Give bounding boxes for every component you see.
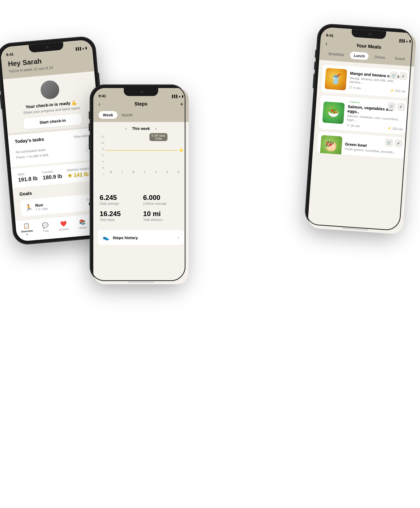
y-10k: 10k	[99, 142, 104, 144]
meals-list: 🥤 Mango and banana smoothie Mango, banan…	[312, 60, 414, 163]
smoothie-cart-button[interactable]: 🛒	[390, 71, 398, 80]
salmon-calories: ⚡ 320 cal	[387, 126, 403, 131]
total-distance-label: Total distance	[143, 218, 182, 222]
smoothie-image: 🥤	[325, 68, 347, 90]
start-weight: Start 191.8 lb	[17, 171, 38, 183]
lifetime-avg-value: 6.000	[143, 194, 182, 202]
total-steps-label: Total steps	[100, 218, 139, 222]
smoothie-calories: ⚡ 210 cal	[390, 89, 405, 93]
salmon-check-button[interactable]: ✓	[397, 103, 405, 111]
daily-avg-value: 6.245	[100, 194, 139, 202]
total-steps: 16.245 Total steps	[100, 210, 139, 222]
start-value: 191.8 lb	[18, 175, 38, 183]
goal-value: ★ 141 lb	[67, 171, 90, 179]
status-icons-left: ▐▐▐ ▲ ▮	[74, 46, 87, 51]
y-12k: 12k	[99, 135, 104, 138]
y-4k: 4k	[99, 160, 104, 163]
tab-dinner[interactable]: Dinner	[370, 53, 389, 62]
tooltip-value: 6.245 steps	[152, 134, 165, 137]
steps-content: ‹ This week › 12k 10k 8k 6k 4k 2k 0	[93, 122, 189, 226]
steps-history-row[interactable]: 👟 Steps history ›	[98, 230, 184, 245]
goal-star-icon: ⭐	[179, 148, 183, 152]
smoothie-time: ⏱ 5 min	[349, 86, 361, 90]
salmon-actions: 🛒 ✓	[387, 102, 405, 111]
steps-back-button[interactable]: ‹	[99, 101, 100, 107]
y-0: 0	[99, 173, 104, 176]
salmon-image: 🥗	[322, 101, 345, 124]
bowl-check-button[interactable]: ✓	[394, 139, 403, 148]
chat-label: Chat	[43, 229, 49, 233]
meal-salmon: 🥗 ↑ Calcium Salmon, vegetables and eggs.…	[319, 95, 408, 135]
bar-wed: W	[129, 170, 138, 174]
nav-chat[interactable]: 💬 Chat	[42, 222, 49, 233]
label-sun: S	[178, 171, 179, 174]
daily-avg-label: Daily average	[100, 202, 139, 205]
current-weight: Current 180.9 lb	[42, 169, 63, 181]
tab-week[interactable]: Week	[99, 111, 117, 119]
start-checkin-button[interactable]: Start check-in	[23, 113, 82, 129]
history-chevron-icon: ›	[178, 235, 179, 240]
bar-tue: T	[117, 170, 127, 174]
tasks-title: Today's tasks	[15, 137, 44, 144]
steps-title: Steps	[134, 101, 147, 107]
phone-center: 9:41 ▐▐▐ ▲ ▮ ‹ Steps + Week Month ‹ This…	[90, 85, 185, 281]
meal-smoothie: 🥤 Mango and banana smoothie Mango, banan…	[321, 64, 410, 98]
y-6k: 6k	[99, 154, 104, 157]
tab-snack[interactable]: Snack	[391, 54, 409, 63]
bar-sat: S	[162, 170, 172, 174]
tab-lunch[interactable]: Lunch	[350, 51, 369, 60]
y-2k: 2k	[99, 167, 104, 169]
nav-library[interactable]: 📚 Library	[78, 218, 87, 229]
goal-run: 🏃 Run 1 h / day Today 0 h	[20, 193, 100, 217]
prev-week-button[interactable]: ‹	[125, 126, 127, 131]
time-left: 9:41	[6, 52, 14, 57]
current-value: 180.9 lb	[42, 173, 62, 181]
overview-icon: 📋	[23, 222, 30, 229]
activities-icon: ❤️	[60, 220, 67, 227]
time-right: 9:41	[326, 33, 334, 38]
steps-tooltip: 6.245 steps Today	[149, 133, 167, 141]
activities-label: Activities	[59, 227, 69, 231]
steps-add-button[interactable]: +	[180, 101, 183, 108]
chat-icon: 💬	[42, 222, 49, 229]
label-sat: S	[166, 171, 168, 174]
bar-thu: T	[140, 170, 149, 174]
label-wed: W	[132, 171, 135, 174]
label-tue: T	[121, 171, 123, 174]
label-thu: T	[144, 171, 145, 174]
lifetime-avg: 6.000 Lifetime average	[143, 194, 182, 205]
chart-bars: M T W T	[106, 135, 183, 174]
nav-overview[interactable]: 📋 Overview	[20, 222, 33, 235]
avatar	[40, 80, 60, 100]
tab-month[interactable]: Month	[117, 111, 137, 119]
steps-tabs: Week Month	[93, 111, 189, 122]
status-icons-center: ▐▐▐ ▲ ▮	[171, 95, 183, 98]
bowl-actions: 🛒 ✓	[385, 138, 403, 148]
time-center: 9:41	[99, 94, 106, 98]
y-8k: 8k	[99, 148, 104, 150]
total-distance: 10 mi Total distance	[143, 210, 182, 222]
goal-weight: Maintain weight ★ 141 lb	[67, 167, 90, 179]
next-week-button[interactable]: ›	[155, 126, 156, 131]
status-icons-right: ▐▐▐ ▲ ▮	[398, 39, 411, 43]
bowl-cart-button[interactable]: 🛒	[385, 138, 393, 147]
nav-activities[interactable]: ❤️ Activities	[58, 220, 69, 231]
steps-chart: 12k 10k 8k 6k 4k 2k 0 ⭐	[99, 135, 183, 188]
lifetime-avg-label: Lifetime average	[143, 202, 182, 205]
steps-history-label: Steps history	[113, 235, 138, 240]
label-mon: M	[110, 171, 112, 174]
daily-avg: 6.245 Daily average	[100, 194, 139, 205]
checkin-section: Your check-in is ready 💪 Share your prog…	[3, 71, 99, 133]
smoothie-check-button[interactable]: ✓	[399, 72, 408, 80]
label-fri: F	[155, 171, 157, 174]
library-icon: 📚	[79, 218, 86, 225]
salmon-cart-button[interactable]: 🛒	[387, 102, 396, 110]
tooltip-label: Today	[152, 137, 165, 140]
total-distance-value: 10 mi	[143, 210, 182, 218]
bowl-image: 🥙	[320, 135, 342, 157]
bar-mon: M	[106, 170, 116, 174]
overview-label: Overview	[21, 229, 33, 233]
home-indicator-center	[128, 282, 154, 283]
salmon-time: ⏱ 20 min	[346, 124, 360, 128]
total-steps-value: 16.245	[100, 210, 139, 218]
